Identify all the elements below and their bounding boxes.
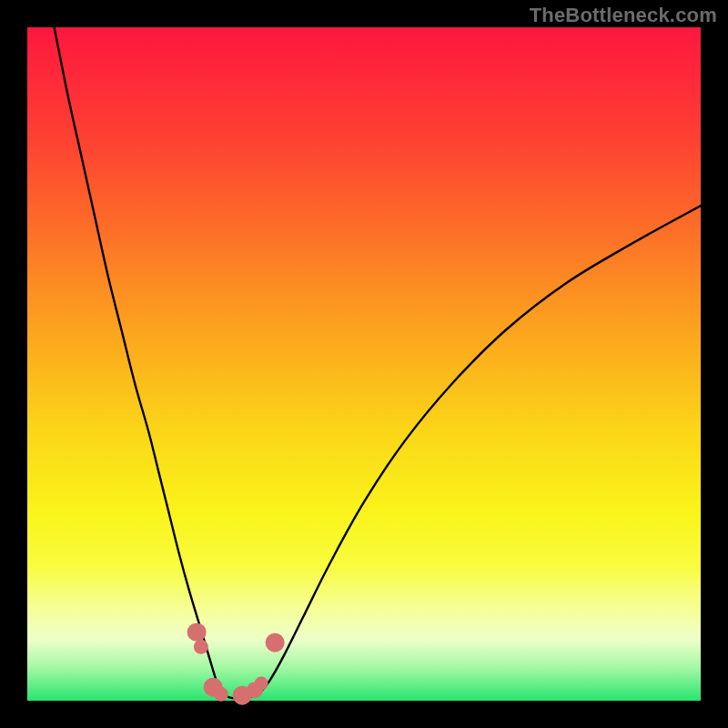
data-marker [254,676,268,690]
data-marker [187,622,207,642]
plot-area [27,27,701,701]
data-marker [266,633,285,652]
bottleneck-curve [55,27,701,699]
chart-frame: TheBottleneck.com [0,0,728,728]
curve-layer [27,27,701,701]
watermark-text: TheBottleneck.com [530,4,717,27]
